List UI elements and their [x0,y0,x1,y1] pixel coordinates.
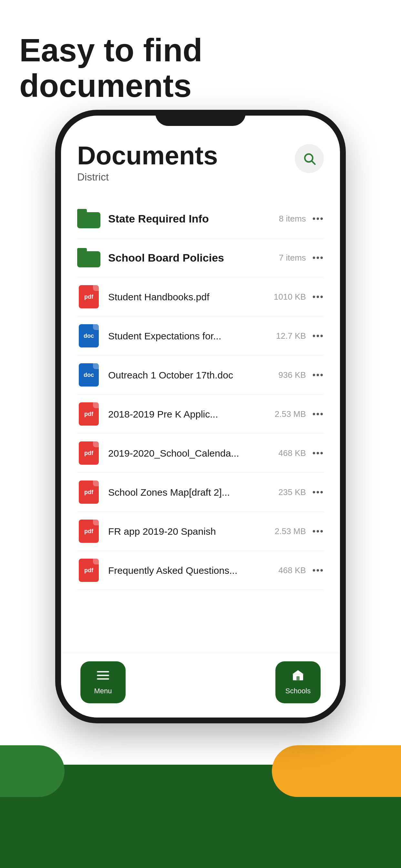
tab-schools[interactable]: Schools [275,661,320,703]
item-meta: 468 KB [278,565,306,576]
folder-icon [77,207,100,230]
folder-body [77,251,100,268]
file-type-label: doc [84,372,94,378]
menu-icon [97,669,109,684]
more-options-button[interactable]: ••• [312,331,324,341]
svg-marker-6 [292,670,304,674]
folder-shape [77,209,100,228]
pdf-file-icon: pdf [77,285,100,308]
phone-frame: Documents District [55,110,346,723]
more-options-button[interactable]: ••• [312,370,324,380]
search-button[interactable] [295,144,324,173]
item-meta: 2.53 MB [275,409,306,419]
more-options-button[interactable]: ••• [312,448,324,458]
item-meta: 2.53 MB [275,526,306,536]
folder-shape [77,248,100,268]
tab-schools-label: Schools [285,687,311,695]
phone-notch [155,110,246,126]
file-type-label: pdf [84,293,93,300]
file-type-label: pdf [84,567,93,574]
list-item[interactable]: doc Student Expectations for... 12.7 KB … [77,316,324,355]
list-item[interactable]: pdf 2018-2019 Pre K Applic... 2.53 MB ••… [77,395,324,434]
page-headline: Easy to find documents [19,32,382,103]
svg-rect-2 [97,671,109,672]
bg-yellow-accent [272,745,401,797]
more-options-button[interactable]: ••• [312,526,324,536]
item-name: Student Handbooks.pdf [108,290,274,303]
pdf-icon: pdf [79,520,99,543]
bg-green-left-accent [0,745,65,797]
item-name: Frequently Asked Questions... [108,564,278,577]
folder-body [77,212,100,228]
svg-rect-3 [97,675,109,676]
svg-rect-4 [97,678,109,680]
screen-subtitle: District [77,171,218,183]
pdf-file-icon: pdf [77,441,100,465]
item-name: FR app 2019-20 Spanish [108,525,275,538]
tab-menu-label: Menu [94,687,112,695]
more-options-button[interactable]: ••• [312,565,324,576]
file-type-label: pdf [84,489,93,496]
item-name: School Zones Map[draft 2]... [108,486,278,499]
list-item[interactable]: pdf Student Handbooks.pdf 1010 KB ••• [77,277,324,316]
screen-title: Documents [77,142,218,170]
item-meta: 8 items [279,214,306,224]
search-icon [303,152,316,165]
more-options-button[interactable]: ••• [312,409,324,419]
file-type-label: pdf [84,450,93,457]
item-meta: 235 KB [278,487,306,497]
list-item[interactable]: pdf FR app 2019-20 Spanish 2.53 MB ••• [77,512,324,551]
file-type-label: doc [84,333,94,339]
pdf-icon: pdf [79,480,99,504]
pdf-icon: pdf [79,441,99,465]
screen-content: Documents District [61,116,340,717]
tab-bar: Menu Schools [61,653,340,717]
list-item[interactable]: pdf School Zones Map[draft 2]... 235 KB … [77,473,324,512]
item-name: 2019-2020_School_Calenda... [108,447,278,460]
more-options-button[interactable]: ••• [312,252,324,263]
list-item[interactable]: doc Outreach 1 October 17th.doc 936 KB •… [77,355,324,395]
item-name: School Board Policies [108,251,279,265]
pdf-icon: pdf [79,559,99,582]
pdf-file-icon: pdf [77,402,100,426]
pdf-icon: pdf [79,285,99,308]
documents-header: Documents District [77,142,324,183]
title-block: Documents District [77,142,218,183]
item-meta: 12.7 KB [276,331,306,341]
file-type-label: pdf [84,411,93,417]
item-name: State Required Info [108,212,279,226]
doc-file-icon: doc [77,324,100,347]
item-name: 2018-2019 Pre K Applic... [108,408,275,421]
document-list: State Required Info 8 items ••• School B… [77,199,324,590]
pdf-file-icon: pdf [77,520,100,543]
list-item[interactable]: State Required Info 8 items ••• [77,199,324,238]
item-name: Student Expectations for... [108,330,276,342]
list-item[interactable]: pdf 2019-2020_School_Calenda... 468 KB •… [77,434,324,473]
list-item[interactable]: School Board Policies 7 items ••• [77,238,324,277]
list-item[interactable]: pdf Frequently Asked Questions... 468 KB… [77,551,324,590]
item-meta: 936 KB [278,370,306,380]
doc-icon: doc [79,324,99,347]
folder-icon [77,246,100,269]
item-meta: 7 items [279,253,306,263]
svg-rect-8 [297,676,300,680]
doc-icon: doc [79,363,99,386]
more-options-button[interactable]: ••• [312,291,324,302]
doc-file-icon: doc [77,363,100,386]
item-meta: 1010 KB [274,292,306,302]
pdf-file-icon: pdf [77,480,100,504]
svg-line-1 [312,161,315,164]
pdf-file-icon: pdf [77,559,100,582]
item-name: Outreach 1 October 17th.doc [108,369,278,381]
pdf-icon: pdf [79,402,99,426]
tab-menu[interactable]: Menu [81,661,126,703]
schools-icon [291,669,305,684]
more-options-button[interactable]: ••• [312,213,324,224]
phone-screen: Documents District [61,116,340,717]
item-meta: 468 KB [278,448,306,458]
file-type-label: pdf [84,528,93,535]
more-options-button[interactable]: ••• [312,487,324,497]
